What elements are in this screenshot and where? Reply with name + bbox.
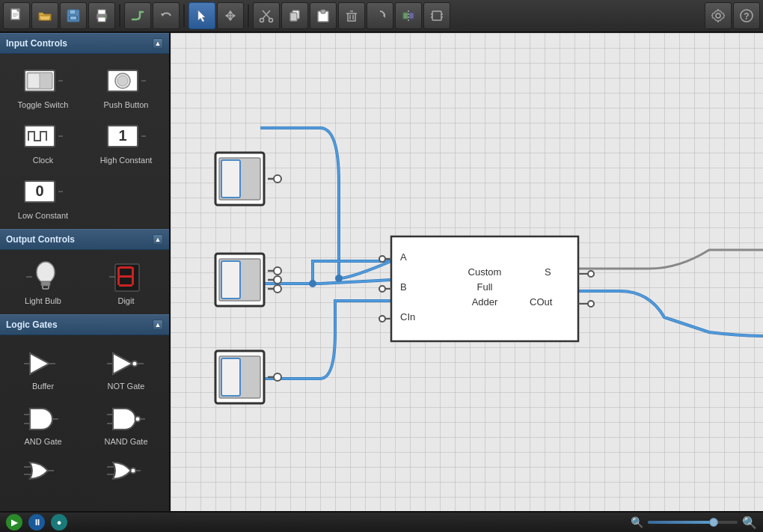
zoom-out-icon[interactable]: 🔍 [631, 516, 643, 528]
svg-rect-56 [41, 281, 50, 286]
svg-text:CIn: CIn [400, 311, 415, 322]
sidebar-item-not-gate[interactable]: NOT Gate [86, 341, 166, 394]
svg-text:COut: COut [530, 296, 553, 308]
zoom-slider-thumb[interactable] [709, 518, 718, 527]
print-button[interactable] [88, 2, 115, 29]
sidebar-item-digit[interactable]: Digit [86, 256, 166, 308]
svg-point-130 [588, 301, 594, 307]
canvas[interactable]: A B CIn Custom Full Adder S COut [171, 33, 763, 511]
help-button[interactable]: ? [733, 2, 760, 29]
svg-point-17 [269, 19, 273, 22]
sidebar-item-light-bulb[interactable]: Light Bulb [3, 256, 83, 308]
sidebar-item-nand-gate[interactable]: NAND Gate [86, 397, 166, 449]
sidebar-item-and-gate[interactable]: AND Gate [3, 397, 83, 449]
open-button[interactable] [31, 2, 58, 29]
svg-rect-28 [409, 13, 414, 19]
play-button[interactable]: ▶ [6, 514, 22, 531]
svg-point-111 [274, 373, 281, 381]
input-controls-header[interactable]: Input Controls ▲ [0, 33, 169, 54]
svg-rect-21 [321, 10, 325, 13]
zoom-in-icon[interactable]: 🔍 [742, 516, 757, 530]
not-gate-label: NOT Gate [108, 382, 145, 391]
svg-rect-5 [70, 10, 76, 14]
svg-text:A: A [400, 251, 407, 263]
separator-3 [248, 4, 249, 27]
flip-button[interactable] [395, 2, 422, 29]
svg-rect-65 [117, 267, 120, 276]
svg-point-122 [379, 256, 385, 262]
canvas-toggle-switch-1[interactable] [212, 149, 272, 209]
clock-label: Clock [33, 156, 54, 165]
svg-text:S: S [545, 266, 551, 278]
wire-button[interactable] [124, 2, 151, 29]
svg-rect-10 [98, 17, 105, 22]
sidebar-item-toggle-switch[interactable]: Toggle Switch [3, 60, 83, 112]
svg-point-79 [135, 417, 141, 422]
delete-button[interactable] [338, 2, 365, 29]
svg-rect-64 [119, 284, 132, 287]
svg-rect-68 [132, 276, 134, 285]
copy-button[interactable] [281, 2, 308, 29]
svg-rect-30 [432, 11, 441, 20]
sidebar-item-nor-gate[interactable] [86, 455, 166, 485]
new-button[interactable] [3, 2, 30, 29]
undo-button[interactable] [153, 2, 180, 29]
rotate-button[interactable] [367, 2, 393, 29]
pause-button[interactable]: ⏸ [28, 514, 45, 531]
svg-rect-62 [119, 266, 132, 269]
high-constant-label: High Constant [100, 156, 153, 165]
pan-button[interactable] [217, 2, 244, 29]
save-button[interactable] [60, 2, 87, 29]
svg-text:Adder: Adder [472, 296, 498, 308]
buffer-icon [22, 349, 64, 379]
canvas-toggle-switch-3[interactable] [212, 347, 272, 407]
component-button[interactable] [423, 2, 450, 29]
output-controls-grid: Light Bulb [0, 250, 169, 314]
low-constant-label: Low Constant [18, 211, 68, 220]
canvas-full-adder[interactable]: A B CIn Custom Full Adder S COut [391, 236, 578, 341]
sidebar-item-push-button[interactable]: Push Button [86, 60, 166, 112]
zoom-slider-track [648, 521, 711, 524]
push-button-label: Push Button [104, 100, 149, 109]
sidebar-item-low-constant[interactable]: 0 Low Constant [3, 171, 83, 223]
separator-2 [183, 4, 185, 27]
logic-gates-header[interactable]: Logic Gates ▲ [0, 314, 169, 335]
toggle-switch-icon [21, 64, 66, 97]
svg-text:B: B [400, 281, 407, 293]
and-gate-icon [22, 404, 64, 434]
svg-point-11 [105, 16, 107, 18]
svg-point-95 [274, 175, 281, 183]
output-controls-header[interactable]: Output Controls ▲ [0, 229, 169, 250]
svg-rect-7 [70, 16, 76, 19]
svg-text:Full: Full [477, 281, 493, 293]
svg-point-16 [260, 19, 264, 22]
svg-rect-67 [117, 276, 120, 285]
and-gate-label: AND Gate [24, 437, 61, 446]
zoom-slider[interactable] [648, 521, 738, 524]
svg-point-55 [37, 262, 55, 283]
paste-button[interactable] [310, 2, 337, 29]
svg-point-126 [379, 316, 385, 322]
cut-button[interactable] [253, 2, 280, 29]
status-indicator[interactable]: ● [51, 514, 67, 531]
sidebar-item-clock[interactable]: Clock [3, 115, 83, 168]
svg-rect-27 [403, 13, 408, 19]
svg-rect-66 [132, 267, 134, 276]
digit-label: Digit [117, 296, 134, 305]
svg-rect-9 [98, 10, 105, 14]
svg-text:Custom: Custom [468, 266, 502, 278]
select-button[interactable] [189, 2, 215, 29]
nand-gate-label: NAND Gate [104, 437, 147, 446]
settings-button[interactable] [705, 2, 732, 29]
sidebar-item-buffer[interactable]: Buffer [3, 341, 83, 394]
digit-icon [108, 260, 145, 293]
low-constant-icon: 0 [21, 175, 66, 208]
svg-point-86 [131, 468, 136, 474]
sidebar-item-or-gate[interactable] [3, 455, 83, 485]
sidebar-item-high-constant[interactable]: 1 High Constant [86, 115, 166, 168]
logic-gates-grid: Buffer NOT Gate [0, 335, 169, 455]
svg-point-89 [309, 280, 316, 287]
svg-rect-108 [221, 358, 240, 396]
canvas-toggle-switch-2[interactable] [212, 250, 272, 310]
output-controls-label: Output Controls [6, 234, 75, 245]
